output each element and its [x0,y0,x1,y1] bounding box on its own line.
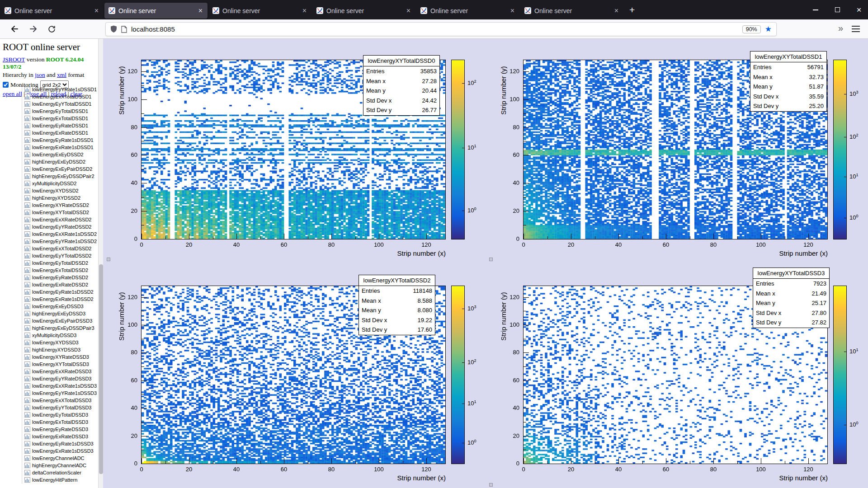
stats-box[interactable]: lowEnergyXYTotalDSSD1Entries56791Mean x3… [750,51,827,112]
tree-item-lowEnergyExEyPairDSSD3[interactable]: lowEnergyExEyPairDSSD3 [0,317,98,324]
tree-item-lowEnergyEyRate1sDSSD3[interactable]: lowEnergyEyRate1sDSSD3 [0,440,98,447]
tab-close-icon[interactable]: × [406,7,411,15]
back-button[interactable] [10,24,19,33]
tree-item-lowEnergyXYRateDSSD3[interactable]: lowEnergyXYRateDSSD3 [0,353,98,361]
pad-resize-grip[interactable] [107,258,110,261]
tree-item-lowEnergyXYDSSD3[interactable]: lowEnergyXYDSSD3 [0,339,98,346]
tree-item-lowEnergyEyTotalDSSD2[interactable]: lowEnergyEyTotalDSSD2 [0,259,98,267]
tree-item-lowEnergyExRate1sDSSD2[interactable]: lowEnergyExRate1sDSSD2 [0,296,98,303]
menu-icon[interactable] [852,26,860,32]
tree-item-lowEnergyEyRateDSSD1[interactable]: lowEnergyEyRateDSSD1 [0,122,98,129]
tree-item-lowEnergyXYTotalDSSD3[interactable]: lowEnergyXYTotalDSSD3 [0,361,98,368]
tree-item-lowEnergyExXTotalDSSD2[interactable]: lowEnergyExXTotalDSSD2 [0,245,98,252]
stats-box[interactable]: lowEnergyXYTotalDSSD2Entries118148Mean x… [359,275,435,335]
x-tick [284,458,284,464]
tree-item-lowEnergyExXTotalDSSD3[interactable]: lowEnergyExXTotalDSSD3 [0,397,98,404]
tree-item-lowEnergyExEyDSSD2[interactable]: lowEnergyExEyDSSD2 [0,151,98,158]
sidebar-scrollbar[interactable] [98,39,103,488]
tree-item-lowEnergyExXTotalDSSD1[interactable]: lowEnergyExXTotalDSSD1 [0,93,98,100]
colorbar[interactable] [833,286,847,464]
json-link[interactable]: json [35,71,45,78]
tree-item-lowEnergyExRate1sDSSD1[interactable]: lowEnergyExRate1sDSSD1 [0,144,98,151]
tree-item-lowEnergyEyYTotalDSSD2[interactable]: lowEnergyEyYTotalDSSD2 [0,252,98,259]
xml-link[interactable]: xml [57,71,66,78]
tree-item-lowEnergyExEyPairDSSD2[interactable]: lowEnergyExEyPairDSSD2 [0,165,98,173]
tree-item-highEnergyExEyDSSD2[interactable]: highEnergyExEyDSSD2 [0,158,98,165]
tree-item-lowEnergyEyRate1sDSSD2[interactable]: lowEnergyEyRate1sDSSD2 [0,288,98,296]
browser-tab-5[interactable]: Online server× [416,3,519,19]
tree-item-lowEnergyExTotalDSSD2[interactable]: lowEnergyExTotalDSSD2 [0,267,98,274]
histogram-icon [24,239,30,244]
tree-item-lowEnergyExXRateDSSD3[interactable]: lowEnergyExXRateDSSD3 [0,368,98,375]
jsroot-link[interactable]: JSROOT [3,56,25,63]
colorbar[interactable] [451,60,465,239]
tree-item-lowEnergyEyYTotalDSSD3[interactable]: lowEnergyEyYTotalDSSD3 [0,404,98,411]
browser-tab-4[interactable]: Online server× [312,3,415,19]
tab-close-icon[interactable]: × [613,7,619,15]
tree-item-lowEnergyExEyDSSD3[interactable]: lowEnergyExEyDSSD3 [0,303,98,310]
browser-tab-1[interactable]: Online server× [0,3,104,19]
zoom-level-badge[interactable]: 90% [742,25,761,33]
browser-tab-6[interactable]: Online server× [520,3,623,19]
browser-tab-3[interactable]: Online server× [208,3,311,19]
minimize-button[interactable] [811,5,820,14]
stats-box[interactable]: lowEnergyXYTotalDSSD0Entries35853Mean x2… [363,55,440,116]
tree-item-lowEnergyEyRate1sDSSD1[interactable]: lowEnergyEyRate1sDSSD1 [0,136,98,144]
tree-item-lowEnergyEyTotalDSSD3[interactable]: lowEnergyEyTotalDSSD3 [0,411,98,418]
browser-tab-2[interactable]: Online server× [104,3,208,19]
url-text[interactable]: localhost:8085 [131,25,175,33]
tree-item-xyMultiplicityDSSD3[interactable]: xyMultiplicityDSSD3 [0,332,98,339]
tab-close-icon[interactable]: × [509,7,515,15]
tree-item-lowEnergyExXRate1sDSSD3[interactable]: lowEnergyExXRate1sDSSD3 [0,382,98,389]
tree-item-lowEnergyEyTotalDSSD1[interactable]: lowEnergyEyTotalDSSD1 [0,108,98,115]
tree-item-lowEnergyExXRate1sDSSD2[interactable]: lowEnergyExXRate1sDSSD2 [0,230,98,238]
tab-close-icon[interactable]: × [302,7,307,15]
tree-item-lowEnergyExTotalDSSD1[interactable]: lowEnergyExTotalDSSD1 [0,115,98,122]
tree-item-highEnergyExEyDSSDPair2[interactable]: highEnergyExEyDSSDPair2 [0,173,98,180]
url-bar[interactable]: localhost:8085 90% ★ [105,22,777,36]
tree-item-lowEnergyEyYRate1sDSSD1[interactable]: lowEnergyEyYRate1sDSSD1 [0,86,98,93]
tree-item-lowEnergyExRateDSSD3[interactable]: lowEnergyExRateDSSD3 [0,433,98,440]
forward-button[interactable] [29,24,38,33]
pad-resize-grip[interactable] [489,483,493,487]
tree-item-highEnergyChannelADC[interactable]: highEnergyChannelADC [0,462,98,469]
tree-item-lowEnergyXYTotalDSSD2[interactable]: lowEnergyXYTotalDSSD2 [0,209,98,216]
maximize-button[interactable] [833,5,842,14]
pad-resize-grip[interactable] [489,258,493,261]
tree-item-lowEnergyExXRateDSSD2[interactable]: lowEnergyExXRateDSSD2 [0,216,98,223]
tree-item-highEnergyExEyDSSDPair3[interactable]: highEnergyExEyDSSDPair3 [0,324,98,332]
tab-close-icon[interactable]: × [94,7,99,15]
page-info-icon[interactable] [121,26,127,33]
tree-item-lowEnergyEyRateDSSD3[interactable]: lowEnergyEyRateDSSD3 [0,426,98,433]
tree-item-lowEnergyXYRateDSSD2[interactable]: lowEnergyXYRateDSSD2 [0,202,98,209]
tree-item-lowEnergyExRate1sDSSD3[interactable]: lowEnergyExRate1sDSSD3 [0,447,98,455]
stats-box[interactable]: lowEnergyXYTotalDSSD3Entries7923Mean x21… [753,267,830,328]
tree-item-lowEnergyChannelADC[interactable]: lowEnergyChannelADC [0,455,98,462]
shield-icon[interactable] [110,25,117,33]
tree-item-lowEnergyEyRateDSSD2[interactable]: lowEnergyEyRateDSSD2 [0,274,98,281]
new-tab-button[interactable]: + [629,5,635,15]
bookmark-star-icon[interactable]: ★ [765,24,772,34]
scrollbar-thumb[interactable] [99,264,103,474]
tree-item-lowEnergyExRateDSSD1[interactable]: lowEnergyExRateDSSD1 [0,129,98,136]
tree-item-xyMultiplicityDSSD2[interactable]: xyMultiplicityDSSD2 [0,180,98,187]
colorbar[interactable] [451,286,465,464]
tree-item-highEnergyXYDSSD2[interactable]: highEnergyXYDSSD2 [0,194,98,202]
tree-item-highEnergyXYDSSD3[interactable]: highEnergyXYDSSD3 [0,346,98,353]
tree-item-lowEnergyEyYRate1sDSSD2[interactable]: lowEnergyEyYRate1sDSSD2 [0,238,98,245]
tree-item-lowEnergyHitPattern[interactable]: lowEnergyHitPattern [0,476,98,483]
overflow-menu-icon[interactable]: » [838,23,843,33]
tree-item-lowEnergyXYDSSD2[interactable]: lowEnergyXYDSSD2 [0,187,98,194]
close-window-button[interactable]: × [854,5,863,14]
tree-item-lowEnergyEyYRateDSSD2[interactable]: lowEnergyEyYRateDSSD2 [0,223,98,230]
tree-item-lowEnergyExRateDSSD2[interactable]: lowEnergyExRateDSSD2 [0,281,98,288]
tree-item-highEnergyExEyDSSD3[interactable]: highEnergyExEyDSSD3 [0,310,98,317]
tab-close-icon[interactable]: × [198,7,203,15]
colorbar[interactable] [833,60,847,239]
tree-item-lowEnergyExTotalDSSD3[interactable]: lowEnergyExTotalDSSD3 [0,418,98,426]
tree-item-lowEnergyEyYRate1sDSSD3[interactable]: lowEnergyEyYRate1sDSSD3 [0,389,98,397]
tree-item-lowEnergyEyYTotalDSSD1[interactable]: lowEnergyEyYTotalDSSD1 [0,100,98,108]
tree-item-deltaCorrelationScaler[interactable]: deltaCorrelationScaler [0,469,98,476]
reload-button[interactable] [48,25,56,33]
tree-item-lowEnergyEyYRateDSSD3[interactable]: lowEnergyEyYRateDSSD3 [0,375,98,382]
